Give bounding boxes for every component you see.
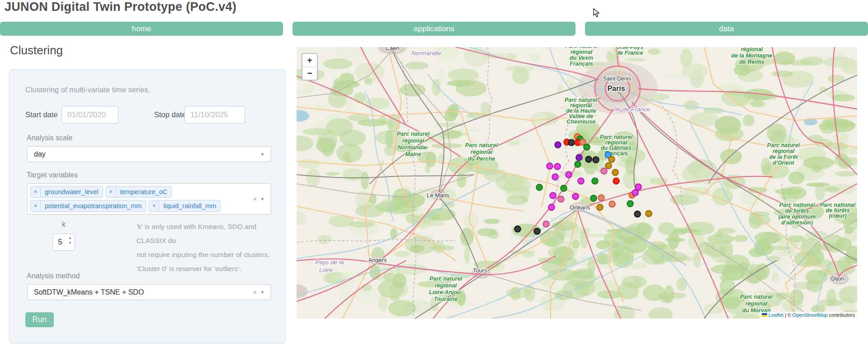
region-label: Pays de la [315,259,344,266]
k-help-line: not require inputing the number of clust… [137,248,281,262]
city-label: Paris [607,85,625,92]
tag-potential-evapotranspiration: × potential_evapotranspiration_mm [30,200,146,212]
map-marker-green[interactable] [584,144,590,150]
map-marker-black[interactable] [514,226,521,232]
map-canvas: Parc naturelrégionalNormandie-MaineParc … [297,47,857,319]
map-marker-pink[interactable] [601,168,607,174]
tag-temperature: × temperature_oC [106,186,172,198]
analysis-method-label: Analysis method [27,272,80,280]
map-marker-green[interactable] [592,178,598,184]
clustering-description: Clustering of multi-variate time series. [25,86,150,94]
map-marker-magenta[interactable] [550,192,556,199]
remove-tag-icon[interactable]: × [106,186,116,197]
run-button[interactable]: Run [25,312,54,327]
map-marker-gold[interactable] [612,169,618,176]
map-marker-salmon[interactable] [598,195,604,201]
region-label: Loire [319,267,333,273]
map-marker-purple[interactable] [576,154,582,161]
k-label: k [52,220,75,229]
map-marker-black[interactable] [568,139,575,146]
k-help-line: 'k' is only used with Kmeans, SDO and CL… [137,219,281,248]
map-marker-magenta[interactable] [578,178,584,184]
map-marker-pink[interactable] [558,196,564,202]
stop-date-input[interactable] [184,106,245,124]
park-label: Parc naturelrégionalde la HauteVallée de… [565,97,598,125]
remove-tag-icon[interactable]: × [31,200,41,211]
tag-label: liquid_rainfall_mm [159,200,220,211]
page-title: JUNON Digital Twin Prototype (PoC.v4) [5,0,236,14]
region-label: Normandie [411,50,441,57]
city-label: Dijon [831,275,844,282]
tag-label: potential_evapotranspiration_mm [41,200,146,211]
map-marker-magenta[interactable] [572,193,579,200]
remove-tag-icon[interactable]: × [149,200,159,211]
map-marker-black[interactable] [634,211,641,217]
attribution-separator: | [785,312,786,318]
map-marker-green[interactable] [590,195,597,201]
city-label: Caen [385,47,399,52]
clustering-heading: Clustering [10,43,63,57]
k-help-line: 'Cluster 0' is reserver for 'outliers'. [137,262,281,276]
leaflet-link[interactable]: Leaflet [769,312,783,318]
map-marker-black[interactable] [585,156,592,162]
chevron-down-icon[interactable]: ▼ [260,152,264,157]
map-marker-magenta[interactable] [547,163,553,169]
clustering-panel: Clustering of multi-variate time series.… [9,69,286,343]
map-container[interactable]: Parc naturelrégionalNormandie-MaineParc … [297,47,857,319]
map-marker-salmon[interactable] [609,201,615,207]
park-label: Oise-Paysde France [616,47,644,56]
start-date-input[interactable] [61,106,118,124]
analysis-scale-select[interactable]: day ▼ [27,146,271,162]
clear-all-icon[interactable]: × [253,196,257,203]
city-label: Tours [473,267,487,274]
map-zoom-control: + − [302,53,318,81]
region-label: Île-de-France [614,106,650,113]
city-label: Le Mans [427,192,449,199]
analysis-scale-value: day [34,147,46,162]
map-marker-magenta[interactable] [566,172,572,178]
map-marker-gold[interactable] [646,210,652,217]
city-label: Orléans [570,204,590,211]
map-marker-green[interactable] [561,185,567,191]
nav-tab-applications[interactable]: applications [292,22,576,36]
analysis-method-select[interactable]: SoftDTW_kMeans + TSNE + SDO × ▼ [27,284,271,300]
openstreetmap-link[interactable]: OpenStreetMap [793,312,828,318]
remove-tag-icon[interactable]: × [31,186,41,197]
map-marker-gold[interactable] [605,162,612,169]
map-marker-purple[interactable] [555,142,561,148]
map-marker-green[interactable] [536,184,542,191]
map-marker-red[interactable] [613,178,619,184]
map-marker-black[interactable] [534,228,540,234]
map-marker-gold[interactable] [609,156,615,162]
map-marker-gold[interactable] [597,204,603,210]
ukraine-flag-icon [762,313,767,317]
map-marker-magenta[interactable] [632,190,638,196]
nav-tab-data[interactable]: data [585,22,868,36]
map-marker-magenta[interactable] [554,163,561,170]
map-marker-magenta[interactable] [635,184,642,190]
map-attribution: Leaflet | © OpenStreetMap contributors [760,312,857,319]
chevron-down-icon[interactable]: ▼ [260,196,264,202]
nav-tab-home[interactable]: home [0,22,283,36]
map-marker-pink[interactable] [543,221,549,227]
step-down-icon[interactable]: ▼ [68,241,72,245]
map-marker-green[interactable] [575,161,581,167]
map-marker-green[interactable] [627,200,633,207]
k-number-input[interactable]: 5 ▲ ▼ [52,234,75,251]
chevron-down-icon[interactable]: ▼ [260,290,264,295]
number-stepper[interactable]: ▲ ▼ [68,236,72,245]
target-variables-select[interactable]: × groundwater_level × temperature_oC × p… [27,183,271,215]
map-marker-magenta[interactable] [552,174,558,180]
tag-label: temperature_oC [116,186,172,197]
analysis-scale-label: Analysis scale [27,134,72,142]
tag-liquid-rainfall: × liquid_rainfall_mm [149,200,221,212]
map-marker-magenta[interactable] [548,204,555,210]
step-up-icon[interactable]: ▲ [68,236,72,240]
zoom-in-button[interactable]: + [302,54,317,67]
park-label: Parc naturelrégionalLoire-Anjou-Touraine [429,276,462,302]
zoom-out-button[interactable]: − [302,67,317,80]
park-label: Parc nationalde forêts(aire optimumd'adh… [778,202,816,226]
analysis-method-value: SoftDTW_kMeans + TSNE + SDO [34,285,144,300]
clear-selection-icon[interactable]: × [253,289,257,296]
map-marker-black[interactable] [593,157,599,163]
